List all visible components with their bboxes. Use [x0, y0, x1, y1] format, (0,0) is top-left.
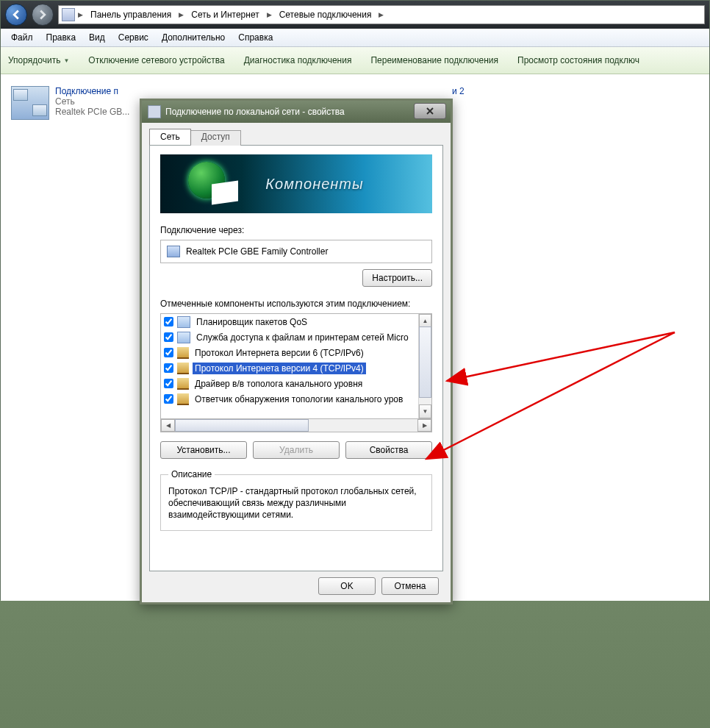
network-connection-icon: [11, 86, 49, 120]
components-list[interactable]: Планировщик пакетов QoS Служба доступа к…: [160, 313, 432, 419]
chevron-right-icon: ▶: [78, 11, 83, 18]
components-banner: Компоненты: [160, 154, 432, 213]
component-name: Служба доступа к файлам и принтерам сете…: [194, 332, 411, 343]
component-checkbox[interactable]: [164, 394, 173, 404]
cmd-label: Упорядочить: [8, 55, 60, 65]
properties-button[interactable]: Свойства: [345, 441, 432, 459]
sheet-icon: [212, 180, 238, 204]
forward-button[interactable]: [32, 4, 54, 26]
address-bar[interactable]: ▶ Панель управления ▶ Сеть и Интернет ▶ …: [58, 5, 705, 24]
menu-bar: Файл Правка Вид Сервис Дополнительно Спр…: [1, 29, 709, 47]
cmd-rename[interactable]: Переименование подключения: [370, 55, 498, 65]
breadcrumb-segment[interactable]: Сеть и Интернет: [187, 6, 263, 24]
list-item[interactable]: Ответчик обнаружения топологии канальног…: [161, 391, 418, 407]
connection-status: Сеть: [55, 96, 129, 107]
scroll-thumb[interactable]: [175, 419, 309, 432]
tab-access[interactable]: Доступ: [190, 130, 241, 146]
scroll-right-icon[interactable]: ▶: [417, 419, 431, 432]
component-checkbox[interactable]: [164, 379, 173, 388]
menu-edit[interactable]: Правка: [40, 31, 82, 44]
component-checkbox[interactable]: [164, 363, 173, 373]
connection-device: Realtek PCIe GB...: [55, 107, 129, 117]
connection-text: Подключение п Сеть Realtek PCIe GB...: [55, 86, 129, 120]
list-item-selected[interactable]: Протокол Интернета версии 4 (TCP/IPv4): [161, 360, 418, 376]
close-icon: [426, 107, 434, 115]
protocol-icon: [177, 378, 189, 390]
dialog-icon: [148, 105, 161, 118]
command-bar: Упорядочить ▼ Отключение сетевого устрой…: [1, 47, 709, 74]
component-name: Ответчик обнаружения топологии канальног…: [193, 393, 405, 405]
dialog-titlebar[interactable]: Подключение по локальной сети - свойства: [142, 101, 451, 123]
cmd-disable-device[interactable]: Отключение сетевого устройства: [88, 55, 224, 65]
location-icon: [62, 8, 75, 21]
service-icon: [177, 332, 190, 343]
description-legend: Описание: [168, 469, 215, 479]
scroll-thumb[interactable]: [419, 326, 431, 398]
components-label: Отмеченные компоненты используются этим …: [160, 299, 432, 309]
chevron-right-icon: ▶: [379, 11, 384, 18]
ok-button[interactable]: OK: [318, 577, 376, 595]
menu-help[interactable]: Справка: [232, 31, 279, 44]
install-button[interactable]: Установить...: [160, 441, 247, 459]
service-icon: [177, 316, 190, 328]
connect-using-label: Подключение через:: [160, 225, 432, 235]
adapter-name: Realtek PCIe GBE Family Controller: [186, 246, 328, 257]
back-button[interactable]: [5, 4, 27, 26]
component-name: Драйвер в/в тополога канального уровня: [193, 378, 365, 390]
component-name: Протокол Интернета версии 4 (TCP/IPv4): [193, 363, 366, 374]
banner-text: Компоненты: [265, 176, 363, 193]
uninstall-button: Удалить: [253, 441, 340, 459]
breadcrumb-segment[interactable]: Сетевые подключения: [275, 6, 376, 24]
list-item[interactable]: Служба доступа к файлам и принтерам сете…: [161, 329, 418, 345]
chevron-right-icon: ▶: [267, 11, 272, 18]
list-item[interactable]: Планировщик пакетов QoS: [161, 314, 418, 329]
connection-name: Подключение п: [55, 86, 129, 96]
chevron-down-icon: ▼: [63, 57, 69, 64]
component-checkbox[interactable]: [164, 317, 173, 326]
adapter-box: Realtek PCIe GBE Family Controller: [160, 240, 432, 263]
component-checkbox[interactable]: [164, 332, 173, 342]
tab-network[interactable]: Сеть: [149, 129, 191, 145]
dialog-title: Подключение по локальной сети - свойства: [165, 107, 445, 117]
component-name: Протокол Интернета версии 6 (TCP/IPv6): [193, 347, 366, 359]
scroll-down-icon[interactable]: ▼: [419, 404, 431, 418]
component-checkbox[interactable]: [164, 348, 173, 357]
connection-2-label: и 2: [452, 86, 465, 96]
tab-strip: Сеть Доступ: [149, 129, 443, 145]
vertical-scrollbar[interactable]: ▲ ▼: [418, 314, 431, 418]
menu-extra[interactable]: Дополнительно: [156, 31, 231, 44]
properties-dialog: Подключение по локальной сети - свойства…: [140, 99, 453, 604]
description-text: Протокол TCP/IP - стандартный протокол г…: [168, 485, 424, 521]
cmd-view-status[interactable]: Просмотр состояния подключ: [517, 55, 639, 65]
close-button[interactable]: [414, 103, 446, 119]
protocol-icon: [177, 347, 189, 359]
cmd-organize[interactable]: Упорядочить ▼: [8, 55, 69, 65]
protocol-icon: [177, 363, 189, 374]
network-connection-item[interactable]: Подключение п Сеть Realtek PCIe GB...: [11, 86, 143, 120]
tab-content: Компоненты Подключение через: Realtek PC…: [149, 145, 443, 571]
cancel-button[interactable]: Отмена: [381, 577, 439, 595]
protocol-icon: [177, 393, 189, 405]
list-item[interactable]: Драйвер в/в тополога канального уровня: [161, 376, 418, 391]
menu-service[interactable]: Сервис: [112, 31, 154, 44]
breadcrumb-segment[interactable]: Панель управления: [86, 6, 176, 24]
menu-file[interactable]: Файл: [5, 31, 39, 44]
network-adapter-icon: [167, 246, 180, 257]
scroll-left-icon[interactable]: ◀: [161, 419, 175, 432]
list-item[interactable]: Протокол Интернета версии 6 (TCP/IPv6): [161, 345, 418, 360]
horizontal-scrollbar[interactable]: ◀ ▶: [160, 419, 432, 432]
menu-view[interactable]: Вид: [83, 31, 111, 44]
chevron-right-icon: ▶: [179, 11, 184, 18]
cmd-diagnose[interactable]: Диагностика подключения: [244, 55, 352, 65]
nav-bar: ▶ Панель управления ▶ Сеть и Интернет ▶ …: [1, 1, 709, 29]
component-name: Планировщик пакетов QoS: [194, 316, 309, 328]
configure-button[interactable]: Настроить...: [362, 269, 432, 287]
description-group: Описание Протокол TCP/IP - стандартный п…: [160, 469, 432, 531]
